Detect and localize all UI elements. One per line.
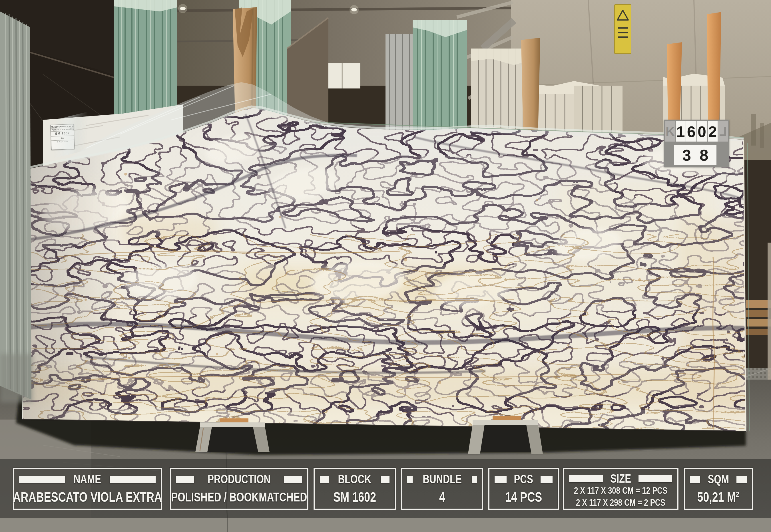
header-dash — [284, 476, 302, 483]
info-header: NAME — [14, 473, 161, 486]
header-dash — [320, 476, 329, 483]
wood-stake-b — [521, 38, 540, 135]
field-value: 14 PCS — [505, 490, 542, 504]
sign-bundle-digit: 8 — [700, 146, 708, 164]
info-header: BUNDLE — [402, 473, 482, 486]
scene-svg — [0, 0, 771, 532]
header-dash — [690, 476, 700, 483]
field-label: SQM — [708, 473, 729, 485]
header-dash — [569, 475, 603, 482]
sign-bundle-row: 3 8 — [674, 145, 716, 165]
info-box-production: PRODUCTION POLISHED / BOOKMATCHED — [170, 468, 308, 510]
info-box-name: NAME ARABESCATO VIOLA EXTRA — [13, 468, 162, 510]
sign-letter-right: L — [718, 121, 728, 142]
silver-bundle — [385, 34, 414, 133]
slab-support-left — [195, 418, 269, 452]
info-bar: NAME ARABESCATO VIOLA EXTRA PRODUCTION P… — [0, 459, 771, 518]
marble-slab — [17, 103, 751, 437]
field-value: SM 1602 — [333, 490, 376, 504]
header-dash — [176, 476, 194, 483]
sign-digit: 6 — [686, 121, 696, 142]
slab-id-label: ARABESCATO VIOLA EXTRA POLISHED BOOKMATC… — [50, 124, 74, 150]
field-label: PCS — [514, 473, 533, 485]
sign-digit: 1 — [676, 121, 686, 142]
label-size: 2 X 117 X 308 — [51, 140, 74, 143]
sign-bundle-digit: 3 — [682, 146, 691, 164]
green-bundle-c — [413, 20, 467, 131]
size-line-1: 2 X 117 X 308 CM = 12 PCS — [574, 485, 667, 497]
sqm-superscript: 2 — [736, 490, 739, 499]
sign-block-row: K 1 6 0 2 L — [665, 121, 728, 142]
field-value: ARABESCATO VIOLA EXTRA — [13, 490, 162, 504]
info-header: BLOCK — [315, 473, 395, 486]
header-dash — [736, 476, 747, 483]
left-foreground-bundle — [0, 11, 33, 402]
header-dash — [380, 476, 390, 483]
field-label: NAME — [74, 473, 101, 485]
header-dash — [472, 476, 477, 483]
header-dash — [495, 476, 507, 483]
header-dash — [541, 476, 553, 483]
field-value: POLISHED / BOOKMATCHED — [171, 491, 307, 503]
label-finish-left: POLISHED — [51, 128, 62, 132]
field-value: 4 — [439, 490, 445, 504]
block-number-sign: K 1 6 0 2 L 3 8 — [664, 120, 729, 167]
label-finish-right: BOOKMATCH — [62, 128, 74, 131]
header-dash — [407, 476, 413, 483]
field-value: 50,21 M — [697, 489, 736, 505]
info-box-block: BLOCK SM 1602 — [313, 468, 396, 510]
info-header: PCS — [490, 473, 558, 486]
header-dash — [639, 475, 672, 482]
sign-digit: 0 — [697, 121, 707, 142]
warehouse-photo: ARABESCATO VIOLA EXTRA POLISHED BOOKMATC… — [0, 0, 771, 532]
info-box-pcs: PCS 14 PCS — [488, 468, 559, 510]
info-box-sqm: SQM 50,21 M2 — [684, 468, 753, 510]
header-dash — [110, 476, 156, 483]
info-box-size: SIZE 2 X 117 X 308 CM = 12 PCS 2 X 117 X… — [563, 468, 679, 510]
field-label: BUNDLE — [423, 473, 462, 485]
sign-letter-left: K — [665, 121, 675, 142]
field-label: BLOCK — [338, 473, 371, 485]
size-line-2: 2 X 117 X 298 CM = 2 PCS — [576, 497, 665, 509]
warning-sign — [615, 5, 631, 54]
info-box-bundle: BUNDLE 4 — [401, 468, 483, 510]
info-header: SQM — [685, 473, 752, 486]
info-header: SIZE — [564, 473, 677, 485]
slab-support-right — [468, 416, 543, 454]
field-label: PRODUCTION — [208, 473, 270, 485]
sign-digit: 2 — [708, 121, 718, 142]
info-header: PRODUCTION — [171, 473, 307, 486]
header-dash — [19, 476, 65, 483]
field-label: SIZE — [610, 473, 631, 485]
